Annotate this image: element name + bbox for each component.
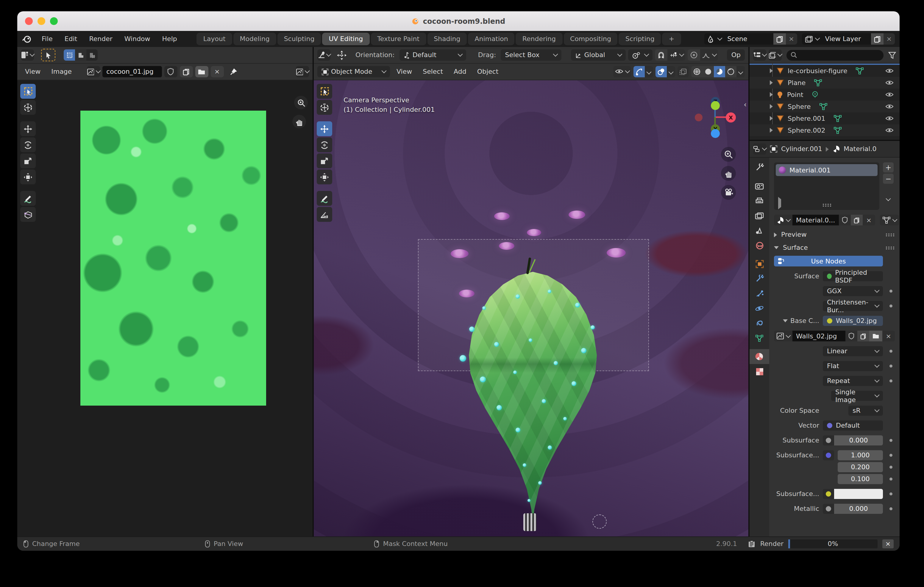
tab-object-icon[interactable] (749, 257, 769, 271)
uv-texture-image[interactable] (80, 111, 266, 406)
tab-physics-icon[interactable] (749, 301, 769, 316)
texture-unlink-icon[interactable]: × (882, 330, 895, 341)
tab-scripting[interactable]: Scripting (619, 33, 661, 45)
uv-tool-annotate-icon[interactable] (20, 191, 36, 206)
tab-compositing[interactable]: Compositing (564, 33, 618, 45)
panel-grip[interactable] (885, 246, 895, 250)
outliner-search[interactable] (787, 50, 883, 60)
vp-move-gizmo-icon[interactable] (337, 50, 347, 60)
pivot-point-dropdown[interactable] (628, 49, 652, 61)
xray-toggle-icon[interactable] (678, 66, 689, 77)
outliner-row[interactable]: Sphere.001 (749, 112, 899, 124)
distribution-dropdown[interactable]: GGX (823, 286, 883, 296)
remove-slot-button[interactable]: − (883, 174, 894, 184)
radius-x-field[interactable]: 1.000 (838, 450, 883, 460)
tab-modifiers-icon[interactable] (749, 271, 769, 286)
cocoon-object[interactable] (459, 272, 607, 525)
material-slot-active[interactable]: Material.001 (776, 164, 878, 176)
expand-icon[interactable] (770, 80, 773, 85)
image-unlink-icon[interactable]: × (210, 66, 224, 77)
options-button[interactable]: Op (727, 49, 745, 61)
hide-eye-icon[interactable] (885, 115, 894, 121)
surface-shader-button[interactable]: Principled BSDF (823, 271, 883, 281)
vp-menu-object[interactable]: Object (473, 68, 503, 76)
slot-specials-icon[interactable] (883, 193, 894, 203)
texture-image-name-field[interactable]: Walls_02.jpg (792, 330, 845, 341)
hide-eye-icon[interactable] (885, 92, 894, 97)
close-window-button[interactable] (25, 17, 33, 25)
figure-object[interactable] (523, 513, 536, 531)
orientation-dropdown[interactable]: Default (399, 49, 466, 61)
uv-canvas[interactable] (17, 80, 313, 537)
expand-icon[interactable] (770, 68, 773, 73)
source-dropdown[interactable]: Single Image (831, 391, 883, 401)
navigation-gizmo[interactable]: Z X Y (692, 95, 738, 140)
tab-modeling[interactable]: Modeling (233, 33, 276, 45)
tab-texture-paint[interactable]: Texture Paint (371, 33, 426, 45)
image-pin-icon[interactable] (229, 68, 237, 76)
vp-tool-cursor-icon[interactable] (317, 100, 332, 115)
menu-window[interactable]: Window (119, 33, 156, 44)
uv-select-edge-icon[interactable] (75, 49, 86, 61)
uv-tool-transform-icon[interactable] (20, 169, 36, 184)
subsurface-color-swatch[interactable] (823, 489, 883, 499)
sidebar-collapse-icon[interactable]: ‹ (744, 100, 747, 109)
image-name-field[interactable]: cocoon_01.jpg (102, 66, 162, 77)
view-layer-browse-icon[interactable] (802, 33, 822, 44)
image-display-channels-icon[interactable] (296, 66, 309, 77)
tab-rendering[interactable]: Rendering (516, 33, 562, 45)
tab-texture-icon[interactable] (749, 364, 769, 379)
shading-dropdown-icon[interactable] (738, 69, 743, 74)
shading-material-icon[interactable] (714, 66, 725, 77)
scene-name[interactable]: Scene (724, 33, 773, 44)
editor-type-image-icon[interactable] (21, 49, 34, 61)
preview-panel-header[interactable]: Preview (774, 231, 895, 238)
uv-tool-move-icon[interactable] (20, 121, 36, 136)
shading-solid-icon[interactable] (703, 66, 714, 77)
properties-editor-type-icon[interactable] (753, 143, 766, 155)
tab-animation[interactable]: Animation (468, 33, 515, 45)
subsurface-method-dropdown[interactable]: Christensen-Bur... (823, 301, 883, 311)
interpolation-dropdown[interactable]: Linear (823, 346, 883, 356)
surface-panel-header[interactable]: Surface (774, 244, 895, 252)
menu-help[interactable]: Help (157, 33, 183, 44)
report-clipboard-icon[interactable] (748, 540, 756, 548)
node-tree-icon[interactable] (880, 215, 899, 225)
material-slot-list[interactable]: Material.001 + − (774, 162, 879, 210)
vp-active-tool-icon[interactable] (317, 49, 330, 61)
scene-unlink-icon[interactable]: × (785, 33, 797, 44)
vp-canvas[interactable]: Camera Perspective (1) Collection | Cyli… (314, 80, 748, 537)
vp-tool-measure-icon[interactable] (317, 207, 332, 222)
breadcrumb-material-name[interactable]: Material.0 (844, 145, 876, 153)
uv-menu-view[interactable]: View (21, 68, 45, 76)
projection-dropdown[interactable]: Flat (823, 361, 883, 371)
hide-eye-icon[interactable] (885, 104, 894, 109)
shading-wireframe-icon[interactable] (691, 66, 703, 77)
uv-select-face-icon[interactable] (86, 49, 97, 61)
uv-zoom-icon[interactable] (294, 96, 308, 109)
tab-view-layer-icon[interactable] (749, 208, 769, 223)
vp-tool-annotate-icon[interactable] (317, 191, 332, 206)
tab-uv-editing[interactable]: UV Editing (322, 33, 370, 45)
uv-tool-rotate-icon[interactable] (20, 137, 36, 152)
expand-icon[interactable] (770, 116, 773, 121)
view-layer-remove-icon[interactable]: × (883, 33, 895, 44)
tab-particles-icon[interactable] (749, 286, 769, 301)
uv-tool-scale-icon[interactable] (20, 153, 36, 168)
tab-object-data-icon[interactable] (749, 330, 769, 345)
outliner-row[interactable]: Sphere.002 (749, 124, 899, 136)
outliner-row[interactable]: le-corbusier-figure (749, 65, 899, 77)
tab-shading[interactable]: Shading (427, 33, 467, 45)
proportional-edit-icon[interactable] (688, 49, 700, 61)
axis-x-neg-ball[interactable] (695, 113, 703, 121)
view-layer-copy-icon[interactable] (871, 33, 883, 44)
show-object-types-icon[interactable] (613, 66, 631, 77)
radius-socket[interactable] (823, 450, 834, 460)
outliner-row[interactable]: Sphere (749, 100, 899, 112)
subsurface-slider[interactable]: 0.000 (823, 435, 883, 446)
texture-image-browse-icon[interactable] (774, 330, 792, 341)
panel-grip[interactable] (885, 233, 895, 237)
uv-active-tool-select-icon[interactable] (41, 49, 55, 61)
scene-copy-icon[interactable] (773, 33, 785, 44)
texture-open-folder-icon[interactable] (869, 330, 882, 341)
